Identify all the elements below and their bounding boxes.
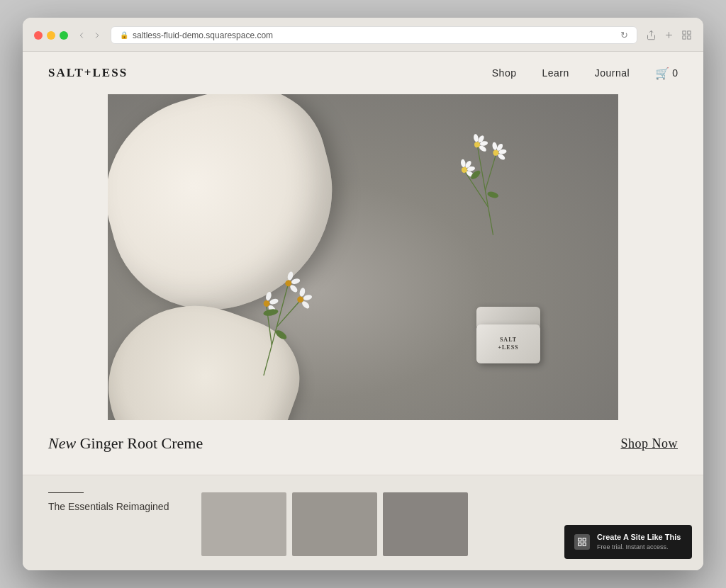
svg-point-35 [303,294,313,301]
svg-point-31 [291,278,301,285]
product-title-rest: Ginger Root Creme [76,434,203,452]
jar-label: SALT +LESS [498,337,518,351]
url-text: saltless-fluid-demo.squarespace.com [133,30,273,40]
svg-point-41 [263,308,279,317]
traffic-lights [34,31,68,40]
svg-point-30 [286,271,294,281]
essentials-title: The Essentials Reimagined [48,500,190,514]
svg-point-15 [492,142,498,150]
cart-icon: 🛒 [655,67,669,80]
site-header: SALT+LESS Shop Learn Journal 🛒 0 [23,52,703,94]
product-thumb-2[interactable] [292,492,377,556]
product-thumb-3[interactable] [383,492,468,556]
hero-canvas: SALT +LESS [108,94,618,420]
browser-actions [646,30,692,40]
product-title: New Ginger Root Creme [48,434,203,453]
nav-journal[interactable]: Journal [595,67,630,79]
site-logo[interactable]: SALT+LESS [48,66,128,80]
squarespace-banner[interactable]: Create A Site Like This Free trial. Inst… [564,525,692,559]
svg-rect-44 [583,538,586,541]
nav-shop[interactable]: Shop [492,67,517,79]
svg-point-34 [298,288,306,298]
refresh-icon[interactable]: ↻ [620,30,628,40]
cream-jar: SALT +LESS [476,307,540,363]
product-text-bar: New Ginger Root Creme Shop Now [23,420,703,467]
back-icon[interactable] [77,30,86,40]
svg-point-10 [473,134,479,142]
product-title-italic: New [48,434,76,452]
new-tab-icon[interactable] [664,30,674,40]
squarespace-subtitle: Free trial. Instant access. [597,543,681,552]
squarespace-logo [574,534,590,550]
cart-icon-wrap[interactable]: 🛒 0 [655,67,678,80]
site-nav: Shop Learn Journal 🛒 0 [492,67,678,80]
svg-point-20 [460,159,466,167]
hero-image: SALT +LESS [108,94,618,420]
nav-learn[interactable]: Learn [542,67,569,79]
squarespace-title: Create A Site Like This [597,532,681,543]
browser-chrome: 🔒 saltless-fluid-demo.squarespace.com ↻ [23,18,703,52]
svg-point-38 [265,291,272,301]
shop-now-button[interactable]: Shop Now [620,436,678,451]
address-bar[interactable]: 🔒 saltless-fluid-demo.squarespace.com ↻ [111,26,637,44]
minimize-button[interactable] [47,31,55,40]
svg-point-25 [487,191,500,199]
svg-rect-2 [683,31,686,34]
squarespace-text: Create A Site Like This Free trial. Inst… [597,532,681,552]
forward-icon[interactable] [92,30,102,40]
close-button[interactable] [34,31,43,40]
maximize-button[interactable] [60,31,68,40]
tabs-icon[interactable] [681,30,692,40]
bottom-section: The Essentials Reimagined Create A Site … [23,475,703,570]
browser-controls [77,30,102,40]
svg-rect-46 [583,543,586,545]
svg-rect-4 [683,36,686,39]
jar-lid [476,307,540,327]
svg-rect-43 [579,538,581,541]
share-icon[interactable] [646,30,657,40]
svg-line-7 [479,154,502,190]
product-thumb-1[interactable] [201,492,286,556]
jar-body: SALT +LESS [476,324,540,363]
svg-rect-5 [688,36,691,39]
hero-section: SALT +LESS New Ginger Root Creme Shop No… [23,94,703,475]
website-content: SALT+LESS Shop Learn Journal 🛒 0 [23,52,703,570]
svg-rect-3 [688,31,691,34]
essentials-divider [48,492,84,493]
cart-count: 0 [672,67,678,79]
svg-rect-45 [579,543,581,545]
lock-icon: 🔒 [120,31,128,39]
browser-window: 🔒 saltless-fluid-demo.squarespace.com ↻ … [23,18,703,570]
svg-point-39 [269,298,279,305]
essentials-text-block: The Essentials Reimagined [48,492,190,514]
